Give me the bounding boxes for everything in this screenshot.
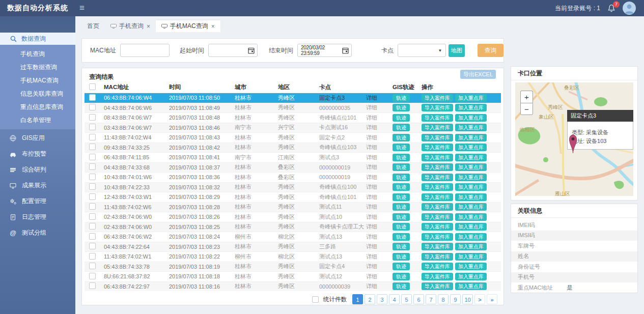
import-case-button[interactable]: 导入案件库 — [422, 263, 453, 270]
table-row[interactable]: 05:43:8B:74:33:78 2019/07/03 11:08:19 桂林… — [85, 262, 501, 272]
detail-link[interactable]: 详细 — [366, 204, 377, 210]
add-key-button[interactable]: 加入重点库 — [455, 243, 487, 250]
sidebar-item-config[interactable]: 配置管理 — [0, 193, 75, 209]
table-row[interactable]: 12:43:8B:74:03:W1 2019/07/03 11:08:29 桂林… — [85, 192, 501, 202]
mac-input[interactable] — [120, 44, 170, 57]
table-row[interactable]: 02:43:8B:74:06:W0 2019/07/03 11:08:25 桂林… — [85, 222, 501, 232]
import-case-button[interactable]: 导入案件库 — [422, 114, 453, 122]
page-button[interactable]: 5 — [401, 294, 412, 304]
export-excel-button[interactable]: 导出EXCEL — [460, 70, 496, 79]
track-button[interactable]: 轨迹 — [393, 223, 410, 231]
table-row[interactable]: 8U:66:21:68:37:82 2019/07/03 11:08:18 桂林… — [85, 271, 501, 281]
avatar[interactable] — [623, 2, 636, 15]
table-row[interactable]: 11:43:8B:74:02:W6 2019/07/03 11:08:28 桂林… — [85, 202, 501, 212]
row-checkbox[interactable] — [89, 174, 96, 180]
sidebar-item-results[interactable]: 成果展示 — [0, 178, 75, 193]
add-key-button[interactable]: 加入重点库 — [455, 233, 487, 241]
detail-link[interactable]: 详细 — [366, 115, 377, 121]
detail-link[interactable]: 详细 — [366, 194, 377, 200]
add-key-button[interactable]: 加入重点库 — [455, 174, 487, 181]
add-key-button[interactable]: 加入重点库 — [455, 114, 487, 122]
menu-icon[interactable]: ≡ — [79, 3, 85, 13]
track-button[interactable]: 轨迹 — [393, 183, 410, 191]
sidebar-item-test-group[interactable]: @ 测试分组 — [0, 225, 75, 241]
detail-link[interactable]: 详细 — [366, 184, 377, 190]
sidebar-item-analysis[interactable]: 综合研判 — [0, 162, 75, 178]
table-row[interactable]: 03:43:8B:74:06:W7 2019/07/03 11:08:46 南宁… — [85, 123, 501, 133]
track-button[interactable]: 轨迹 — [393, 134, 410, 141]
import-case-button[interactable]: 导入案件库 — [422, 253, 453, 261]
sidebar-subitem[interactable]: 手机MAC查询 — [0, 74, 75, 87]
detail-link[interactable]: 详细 — [366, 223, 377, 230]
page-button[interactable]: 9 — [450, 294, 461, 304]
end-time-input[interactable]: 2020/03/02 23:59:59 — [297, 44, 352, 57]
add-key-button[interactable]: 加入重点库 — [455, 134, 487, 141]
sidebar-subitem[interactable]: 手机查询 — [0, 47, 75, 61]
row-checkbox[interactable] — [89, 94, 96, 101]
add-key-button[interactable]: 加入重点库 — [455, 193, 487, 201]
track-button[interactable]: 轨迹 — [393, 144, 410, 151]
last-page-icon[interactable]: » — [487, 294, 497, 304]
page-button[interactable]: 2 — [365, 294, 375, 304]
import-case-button[interactable]: 导入案件库 — [422, 193, 453, 201]
tab-phone-query[interactable]: 手机查询 × — [105, 20, 156, 32]
detail-link[interactable]: 详细 — [366, 174, 377, 180]
row-checkbox[interactable] — [89, 223, 96, 230]
track-button[interactable]: 轨迹 — [393, 233, 410, 241]
select-all-checkbox[interactable] — [89, 83, 96, 90]
sidebar-subitem[interactable]: 过车数据查询 — [0, 61, 75, 74]
tab-phone-mac-query[interactable]: 手机MAC查询 × — [156, 20, 220, 32]
sidebar-subitem[interactable]: 白名单管理 — [0, 113, 75, 127]
table-row[interactable]: 06:43:8B:74:06:W2 2019/07/03 11:08:24 柳州… — [85, 232, 501, 242]
add-key-button[interactable]: 加入重点库 — [455, 183, 487, 191]
add-key-button[interactable]: 加入重点库 — [455, 104, 487, 111]
import-case-button[interactable]: 导入案件库 — [422, 223, 453, 231]
detail-link[interactable]: 详细 — [366, 283, 377, 289]
table-row[interactable]: 06:43:8B:74:06:W4 2019/07/03 11:08:50 桂林… — [85, 93, 501, 103]
row-checkbox[interactable] — [89, 263, 96, 269]
table-row[interactable]: 08:43:8B:74:06:W7 2019/07/03 11:08:48 桂林… — [85, 112, 501, 123]
page-button[interactable]: 6 — [413, 294, 424, 304]
import-case-button[interactable]: 导入案件库 — [422, 233, 453, 241]
page-button[interactable]: 1 — [352, 294, 363, 304]
add-key-button[interactable]: 加入重点库 — [455, 144, 487, 151]
add-key-button[interactable]: 加入重点库 — [455, 163, 487, 171]
map[interactable]: + − 叠彩区 秀峰区 象山区 临桂区 雁山区 固定卡点3 类型: 采集设备 地… — [515, 82, 633, 196]
detail-link[interactable]: 详细 — [366, 154, 377, 160]
track-button[interactable]: 轨迹 — [393, 163, 410, 171]
page-button[interactable]: 7 — [426, 294, 436, 304]
map-button[interactable]: 地图 — [449, 44, 464, 57]
table-row[interactable]: 06:43:8B:74:22:97 2019/07/03 11:08:16 桂林… — [85, 281, 501, 292]
notification-bell-icon[interactable]: 7 — [607, 4, 615, 12]
import-case-button[interactable]: 导入案件库 — [422, 163, 453, 171]
row-checkbox[interactable] — [89, 134, 96, 140]
close-icon[interactable]: × — [211, 23, 215, 30]
page-button[interactable]: 3 — [377, 294, 387, 304]
track-button[interactable]: 轨迹 — [393, 94, 410, 102]
calendar-icon[interactable] — [248, 47, 255, 54]
import-case-button[interactable]: 导入案件库 — [422, 243, 453, 250]
next-page-icon[interactable]: > — [474, 294, 485, 304]
detail-link[interactable]: 详细 — [366, 253, 377, 260]
sidebar-group-data-query[interactable]: 数据查询 — [0, 33, 75, 45]
table-row[interactable]: 10:43:8B:74:01:W6 2019/07/03 11:08:36 桂林… — [85, 172, 501, 182]
import-case-button[interactable]: 导入案件库 — [422, 174, 453, 181]
table-row[interactable]: 06:43:8B:74:11:85 2019/07/03 11:08:41 南宁… — [85, 152, 501, 162]
row-checkbox[interactable] — [89, 193, 96, 200]
track-button[interactable]: 轨迹 — [393, 174, 410, 181]
sidebar-subitem[interactable]: 信息关联库查询 — [0, 87, 75, 100]
table-row[interactable]: 10:43:8B:74:22:33 2019/07/03 11:08:32 桂林… — [85, 182, 501, 192]
row-checkbox[interactable] — [89, 114, 96, 121]
track-button[interactable]: 轨迹 — [393, 154, 410, 161]
add-key-button[interactable]: 加入重点库 — [455, 124, 487, 131]
page-button[interactable]: 8 — [438, 294, 449, 304]
track-button[interactable]: 轨迹 — [393, 263, 410, 270]
import-case-button[interactable]: 导入案件库 — [422, 282, 453, 290]
row-checkbox[interactable] — [89, 282, 96, 289]
row-checkbox[interactable] — [89, 253, 96, 260]
track-button[interactable]: 轨迹 — [393, 203, 410, 211]
table-row[interactable]: 04:43:8B:74:22:64 2019/07/03 11:08:23 桂林… — [85, 242, 501, 252]
import-case-button[interactable]: 导入案件库 — [422, 203, 453, 211]
row-checkbox[interactable] — [89, 273, 96, 279]
row-checkbox[interactable] — [89, 243, 96, 249]
